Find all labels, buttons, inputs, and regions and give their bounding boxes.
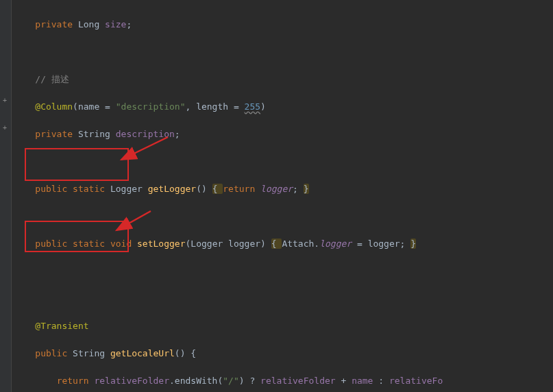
code-line: public static void setLogger(Logger logg… [14, 237, 553, 251]
code-line: // 描述 [14, 73, 553, 86]
code-line: @Transient [14, 319, 553, 333]
code-line: public static Logger getLogger() { retur… [14, 182, 553, 196]
code-line: private Long size; [14, 18, 553, 32]
code-line: @Column(name = "description", length = 2… [14, 100, 553, 114]
code-line: private String description; [14, 127, 553, 141]
code-line: public String getLocaleUrl() { [14, 347, 553, 360]
code-editor[interactable]: private Long size; // 描述 @Column(name = … [0, 0, 553, 392]
code-line: return relativeFolder.endsWith("/") ? re… [14, 374, 553, 388]
